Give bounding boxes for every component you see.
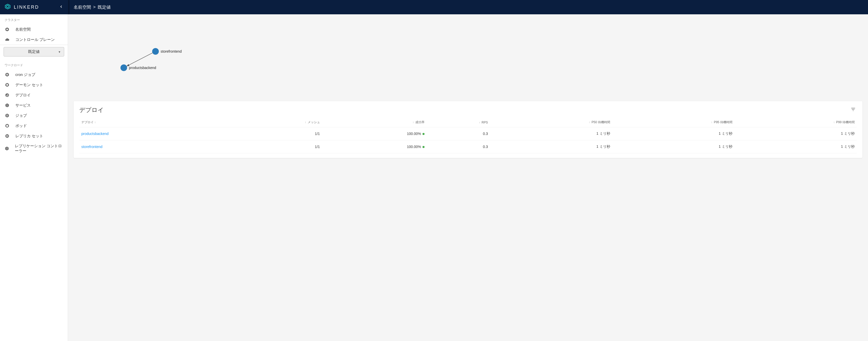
sort-asc-icon: ↑ [589,121,590,124]
col-p99[interactable]: ↑ P99 待機時間 [735,118,857,127]
filter-icon [850,107,856,112]
deploy-icon [5,93,10,98]
sidebar-item-daemonsets[interactable]: デーモン セット [0,80,68,90]
sidebar-item-label: ポッド [16,123,27,128]
cell-mesh: 1/1 [230,127,322,140]
sidebar-item-label: デーモン セット [16,83,43,87]
daemonset-icon [5,82,10,87]
service-icon [5,103,10,108]
graph-node-label: productsbackend [129,66,156,70]
sidebar-header: LINKERD [0,0,68,14]
sidebar: LINKERD クラスター 名前空間 コントロール プレーン [0,0,68,341]
sidebar-collapse-button[interactable] [58,4,64,10]
cell-p95: 1 ミリ秒 [612,140,735,153]
namespace-select-value: 既定値 [28,49,40,54]
cell-p95: 1 ミリ秒 [612,127,735,140]
status-dot-icon [423,133,425,135]
pod-icon [5,123,10,128]
graph-node-storefrontend[interactable] [152,48,159,55]
logo-text: LINKERD [14,5,39,10]
sidebar-item-services[interactable]: サービス [0,100,68,111]
col-success[interactable]: ↑ 成功率 [322,118,427,127]
col-p95[interactable]: ↑ P95 待機時間 [612,118,735,127]
svg-point-9 [7,104,8,105]
sidebar-item-label: デプロイ [16,93,31,98]
namespace-select[interactable]: 既定値 ▼ [4,47,64,57]
sidebar-item-cronjobs[interactable]: cron ジョブ [0,69,68,80]
deployments-table: デプロイ ↑ ↑ メッシュ ↑ 成功率 ↑ RPS ↑ P50 待機時間 ↑ P… [79,118,857,153]
topbar: 名前空間 > 既定値 [68,0,868,14]
sidebar-item-label: サービス [16,103,31,108]
svg-point-8 [6,104,7,105]
svg-rect-14 [6,116,7,116]
sidebar-item-deployments[interactable]: デプロイ [0,90,68,100]
deployments-card: デプロイ デプロイ ↑ ↑ メッシュ ↑ 成功率 ↑ RPS ↑ P50 待機時… [74,101,862,158]
sidebar-item-namespace[interactable]: 名前空間 [0,24,68,34]
sidebar-item-pods[interactable]: ポッド [0,121,68,131]
sidebar-item-replicasets[interactable]: レプリカ セット [0,131,68,141]
col-rps[interactable]: ↑ RPS [427,118,490,127]
sidebar-item-replication-controllers[interactable]: レプリケーション コントローラー [0,141,68,156]
scrollbar-thumb[interactable] [68,0,69,14]
table-row: storefrontend 1/1 100.00% 0.3 1 ミリ秒 1 ミリ… [79,140,857,153]
svg-marker-18 [5,134,9,138]
svg-line-23 [127,53,153,66]
job-icon [5,113,10,118]
col-deploy[interactable]: デプロイ ↑ [79,118,230,127]
svg-point-10 [7,105,7,106]
deploy-link[interactable]: productsbackend [81,132,109,136]
sidebar-item-label: cron ジョブ [16,72,35,77]
namespace-icon [5,27,10,32]
sidebar-item-label: コントロール プレーン [16,37,55,42]
cell-mesh: 1/1 [230,140,322,153]
card-title: デプロイ [79,106,104,114]
deploy-link[interactable]: storefrontend [81,145,102,149]
svg-marker-7 [5,103,9,107]
chevron-down-icon: ▼ [58,50,61,54]
cell-p99: 1 ミリ秒 [735,127,857,140]
topology-graph[interactable]: storefrontend productsbackend [74,14,862,101]
cloud-icon [5,37,10,42]
breadcrumb-separator: > [93,5,96,10]
sort-asc-icon: ↑ [833,121,835,124]
sidebar-item-control-plane[interactable]: コントロール プレーン [0,34,68,45]
logo[interactable]: LINKERD [4,4,39,11]
logo-icon [4,4,11,11]
sort-asc-icon: ↑ [711,121,713,124]
col-mesh[interactable]: ↑ メッシュ [230,118,322,127]
svg-rect-1 [6,29,8,30]
sort-asc-icon: ↑ [412,121,414,124]
sidebar-item-label: レプリケーション コントローラー [15,144,63,153]
sidebar-section-workload: ワークロード [0,60,68,69]
col-p50[interactable]: ↑ P50 待機時間 [490,118,612,127]
cell-rps: 0.3 [427,140,490,153]
sort-asc-icon: ↑ [305,121,306,124]
cell-p50: 1 ミリ秒 [490,127,612,140]
sort-asc-icon: ↑ [94,121,96,124]
status-dot-icon [423,146,425,148]
sidebar-item-label: 名前空間 [16,27,31,32]
breadcrumb: 名前空間 > 既定値 [74,4,111,10]
sidebar-item-jobs[interactable]: ジョブ [0,111,68,121]
svg-rect-15 [7,116,8,116]
svg-marker-6 [5,93,9,97]
cell-p99: 1 ミリ秒 [735,140,857,153]
svg-rect-5 [6,84,8,86]
svg-rect-13 [7,115,8,115]
cronjob-icon [5,72,10,77]
breadcrumb-part[interactable]: 既定値 [98,4,111,10]
svg-marker-21 [5,147,9,151]
table-row: productsbackend 1/1 100.00% 0.3 1 ミリ秒 1 … [79,127,857,140]
sort-asc-icon: ↑ [479,121,480,124]
breadcrumb-part[interactable]: 名前空間 [74,4,91,10]
graph-node-label: storefrontend [161,49,182,54]
replicaset-icon [5,133,10,138]
filter-button[interactable] [849,106,857,114]
replicationcontroller-icon [5,146,9,151]
sidebar-section-cluster: クラスター [0,14,68,24]
sidebar-item-label: レプリカ セット [16,134,43,138]
svg-rect-20 [7,135,8,137]
graph-node-productsbackend[interactable] [120,64,127,71]
svg-rect-12 [6,115,7,115]
chevron-left-icon [59,5,63,8]
